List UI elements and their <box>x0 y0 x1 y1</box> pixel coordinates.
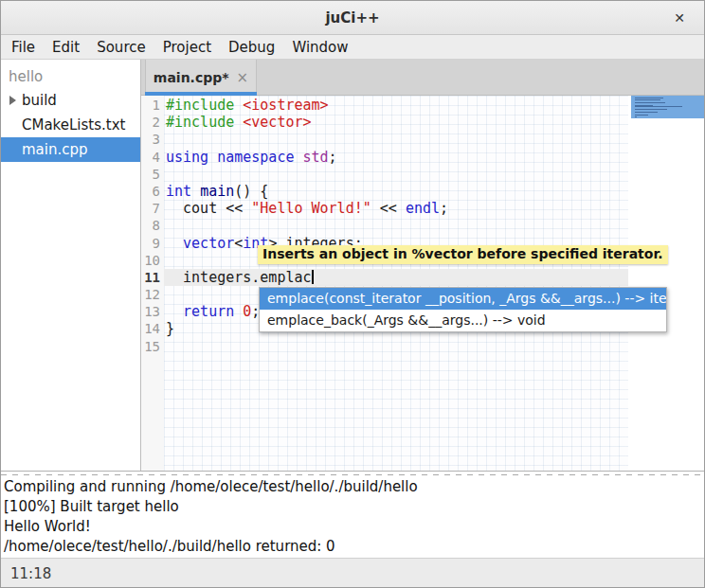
text-cursor <box>312 270 314 284</box>
close-icon[interactable]: ✕ <box>670 9 689 27</box>
output-line: /home/olece/test/hello/./build/hello ret… <box>1 537 704 557</box>
code-token: std <box>303 149 329 166</box>
menu-window[interactable]: Window <box>283 37 356 58</box>
tree-item-main-cpp[interactable]: main.cpp <box>1 137 140 162</box>
file-tree: buildCMakeLists.txtmain.cpp <box>1 88 140 162</box>
line-number: 3 <box>141 131 164 148</box>
tab-close-icon[interactable]: × <box>237 69 249 86</box>
code-line-11[interactable]: integers.emplac <box>164 269 628 286</box>
line-number: 8 <box>141 217 164 234</box>
menu-file[interactable]: File <box>3 37 44 58</box>
line-number: 12 <box>141 286 164 303</box>
line-number: 4 <box>141 149 164 166</box>
code-token: <iostream> <box>243 97 328 114</box>
code-token <box>166 303 183 320</box>
output-line: Hello World! <box>1 517 704 537</box>
minimap-line <box>635 115 648 116</box>
tree-item-label: CMakeLists.txt <box>1 116 125 134</box>
code-token <box>234 97 243 114</box>
tab-main-cpp[interactable]: main.cpp* × <box>145 60 257 96</box>
line-number: 6 <box>141 183 164 200</box>
code-editor[interactable]: 123456789101112131415 #include <iostream… <box>141 96 704 471</box>
code-line-4[interactable]: using namespace std; <box>164 149 628 166</box>
minimap-line <box>635 112 658 113</box>
line-number: 15 <box>141 338 164 355</box>
code-token: << <box>371 200 406 217</box>
line-number: 11 <box>141 269 164 286</box>
minimap-line <box>635 116 637 117</box>
app-window: juCi++ ✕ FileEditSourceProjectDebugWindo… <box>0 0 705 588</box>
doc-tooltip: Inserts an object in %vector before spec… <box>258 245 668 264</box>
code-token: endl <box>406 200 440 217</box>
code-token: <vector> <box>243 114 311 131</box>
code-token: namespace <box>217 149 294 166</box>
code-line-6[interactable]: int main() { <box>164 183 628 200</box>
tree-item-build[interactable]: build <box>1 88 140 113</box>
minimap[interactable] <box>628 96 704 471</box>
code-line-5[interactable] <box>164 166 628 183</box>
expander-icon[interactable] <box>9 96 16 105</box>
line-number: 9 <box>141 235 164 252</box>
line-number: 10 <box>141 252 164 269</box>
menu-source[interactable]: Source <box>88 37 154 58</box>
build-output-panel: Compiling and running /home/olece/test/h… <box>1 477 704 558</box>
code-token: } <box>166 320 174 337</box>
code-token: "Hello World!" <box>251 200 371 217</box>
tab-label: main.cpp* <box>154 70 229 85</box>
tree-item-cmakelists-txt[interactable]: CMakeLists.txt <box>1 113 140 137</box>
status-bar: 11:18 <box>1 558 704 588</box>
line-number: 1 <box>141 97 164 114</box>
code-line-2[interactable]: #include <vector> <box>164 114 628 131</box>
line-number-gutter: 123456789101112131415 <box>141 96 164 471</box>
editor-pane: main.cpp* × 123456789101112131415 #inclu… <box>141 60 704 471</box>
code-text-area[interactable]: #include <iostream>#include <vector>usin… <box>164 96 628 471</box>
autocomplete-item[interactable]: emplace_back(_Args &&__args...) --> void <box>260 310 666 331</box>
code-line-7[interactable]: cout << "Hello World!" << endl; <box>164 200 628 217</box>
minimap-viewport[interactable] <box>631 96 704 118</box>
project-name-label: hello <box>1 60 140 88</box>
code-token <box>208 149 217 166</box>
code-token: vector <box>183 235 234 252</box>
code-token: ; <box>440 200 448 217</box>
menu-debug[interactable]: Debug <box>220 37 283 58</box>
code-token <box>294 149 302 166</box>
code-line-15[interactable] <box>164 338 628 355</box>
code-token: main <box>200 183 234 200</box>
code-token: 0 <box>243 303 251 320</box>
minimap-line <box>635 106 682 107</box>
line-number: 7 <box>141 200 164 217</box>
menu-edit[interactable]: Edit <box>44 37 88 58</box>
minimap-line <box>635 102 665 103</box>
tab-bar: main.cpp* × <box>141 60 704 96</box>
code-token: < <box>234 235 243 252</box>
menubar: FileEditSourceProjectDebugWindow <box>1 35 704 60</box>
window-title: juCi++ <box>325 9 379 27</box>
code-token: return <box>183 303 234 320</box>
minimap-line <box>635 109 667 110</box>
code-line-3[interactable] <box>164 131 628 148</box>
code-token: #include <box>166 97 234 114</box>
code-token: cout << <box>166 200 251 217</box>
code-token: ; <box>329 149 337 166</box>
main-area: hello buildCMakeLists.txtmain.cpp main.c… <box>1 60 704 472</box>
code-token: integers.emplac <box>166 269 312 286</box>
code-token <box>234 303 243 320</box>
code-token: using <box>166 149 208 166</box>
cursor-position-label: 11:18 <box>1 559 51 582</box>
line-number: 14 <box>141 320 164 337</box>
code-token: #include <box>166 114 234 131</box>
title-bar: juCi++ ✕ <box>1 1 704 35</box>
line-number: 13 <box>141 303 164 320</box>
menu-project[interactable]: Project <box>154 37 220 58</box>
code-line-1[interactable]: #include <iostream> <box>164 97 628 114</box>
output-line: Compiling and running /home/olece/test/h… <box>1 477 704 497</box>
tree-item-label: main.cpp <box>1 141 88 158</box>
line-number: 2 <box>141 114 164 131</box>
autocomplete-item[interactable]: emplace(const_iterator __position, _Args… <box>260 288 666 310</box>
minimap-line <box>635 99 660 100</box>
output-line: [100%] Built target hello <box>1 497 704 517</box>
code-line-8[interactable] <box>164 217 628 234</box>
file-tree-sidebar: hello buildCMakeLists.txtmain.cpp <box>1 60 141 471</box>
code-token <box>166 235 183 252</box>
code-token: int <box>166 183 191 200</box>
